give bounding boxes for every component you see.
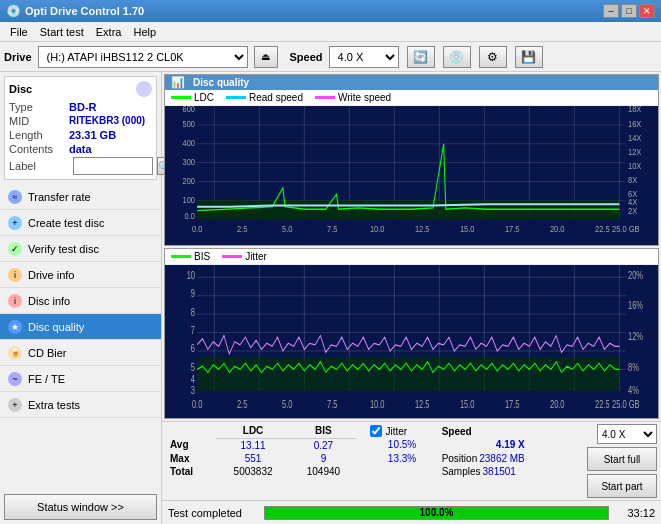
right-controls: 4.0 X Start full Start part [587, 424, 657, 498]
svg-text:6: 6 [191, 343, 195, 355]
cd-bier-icon: 🍺 [8, 346, 22, 360]
speed-select[interactable]: 4.0 X [329, 46, 399, 68]
sidebar-nav: ≈ Transfer rate + Create test disc ✓ Ver… [0, 184, 161, 490]
nav-transfer-rate[interactable]: ≈ Transfer rate [0, 184, 161, 210]
svg-text:300: 300 [183, 158, 196, 168]
chart-bis-svg: 10 9 8 7 6 5 4 3 20% 16% 12% 8% 4% [165, 265, 658, 419]
chart-title-bar: 📊 Disc quality [165, 75, 658, 90]
avg-jitter: 10.5% [366, 438, 437, 452]
nav-cd-bier[interactable]: 🍺 CD Bier [0, 340, 161, 366]
total-jitter-cell [366, 465, 437, 478]
samples-cell: Samples 381501 [438, 465, 583, 478]
menu-help[interactable]: Help [127, 24, 162, 40]
max-speed-cell: Position 23862 MB [438, 452, 583, 465]
test-speed-select[interactable]: 4.0 X [597, 424, 657, 444]
drive-bar: Drive (H:) ATAPI iHBS112 2 CL0K ⏏ Speed … [0, 42, 661, 72]
progress-label: 100.0% [265, 507, 608, 519]
disc-button[interactable]: 💿 [443, 46, 471, 68]
create-test-disc-icon: + [8, 216, 22, 230]
svg-text:15.0: 15.0 [460, 398, 475, 410]
max-spacer [356, 452, 366, 465]
bis-color [171, 255, 191, 258]
nav-create-test-disc[interactable]: + Create test disc [0, 210, 161, 236]
menu-start-test[interactable]: Start test [34, 24, 90, 40]
eject-button[interactable]: ⏏ [254, 46, 278, 68]
minimize-button[interactable]: – [603, 4, 619, 18]
svg-text:7.5: 7.5 [327, 224, 338, 234]
drive-select[interactable]: (H:) ATAPI iHBS112 2 CL0K [38, 46, 248, 68]
svg-text:9: 9 [191, 287, 195, 299]
chart-bis-svg-area: 10 9 8 7 6 5 4 3 20% 16% 12% 8% 4% [165, 265, 658, 419]
nav-drive-info[interactable]: i Drive info [0, 262, 161, 288]
chart-disc-quality: 📊 Disc quality LDC Read speed Write spee… [164, 74, 659, 246]
position-value: 23862 MB [479, 453, 525, 464]
nav-disc-info[interactable]: i Disc info [0, 288, 161, 314]
svg-text:10X: 10X [628, 161, 642, 171]
save-button[interactable]: 💾 [515, 46, 543, 68]
content-right: 📊 Disc quality LDC Read speed Write spee… [162, 72, 661, 524]
disc-contents-value: data [69, 143, 92, 155]
menu-file[interactable]: File [4, 24, 34, 40]
start-part-button[interactable]: Start part [587, 474, 657, 498]
speed-label: Speed [290, 51, 323, 63]
stats-max-row: Max 551 9 13.3% Position 23862 MB [166, 452, 583, 465]
disc-quality-icon: ★ [8, 320, 22, 334]
start-full-button[interactable]: Start full [587, 447, 657, 471]
position-row: Position 23862 MB [442, 453, 579, 464]
samples-label: Samples [442, 466, 481, 477]
nav-verify-test-disc-label: Verify test disc [28, 243, 99, 255]
legend-write-speed-label: Write speed [338, 92, 391, 103]
svg-text:12.5: 12.5 [415, 398, 430, 410]
nav-disc-quality[interactable]: ★ Disc quality [0, 314, 161, 340]
disc-type-row: Type BD-R [9, 101, 152, 113]
svg-text:7: 7 [191, 324, 195, 336]
disc-contents-row: Contents data [9, 143, 152, 155]
svg-text:2.5: 2.5 [237, 398, 247, 410]
nav-drive-info-label: Drive info [28, 269, 74, 281]
close-button[interactable]: ✕ [639, 4, 655, 18]
chart-quality-svg-area: 600 500 400 300 200 100 0.0 18X 16X 14X … [165, 106, 658, 245]
samples-row: Samples 381501 [442, 466, 579, 477]
svg-text:7.5: 7.5 [327, 398, 337, 410]
read-speed-color [226, 96, 246, 99]
svg-text:500: 500 [183, 120, 196, 130]
time-display: 33:12 [615, 507, 655, 519]
svg-text:15.0: 15.0 [460, 224, 475, 234]
jitter-label: Jitter [385, 426, 407, 437]
svg-text:25.0 GB: 25.0 GB [612, 224, 640, 234]
disc-label-row: Label 🔍 [9, 157, 152, 175]
legend-write-speed: Write speed [315, 92, 391, 103]
avg-bis: 0.27 [290, 438, 356, 452]
verify-test-disc-icon: ✓ [8, 242, 22, 256]
svg-text:12X: 12X [628, 148, 642, 158]
nav-extra-tests-label: Extra tests [28, 399, 80, 411]
menu-extra[interactable]: Extra [90, 24, 128, 40]
nav-verify-test-disc[interactable]: ✓ Verify test disc [0, 236, 161, 262]
nav-fe-te[interactable]: ~ FE / TE [0, 366, 161, 392]
status-window-button[interactable]: Status window >> [4, 494, 157, 520]
svg-text:0.0: 0.0 [192, 224, 203, 234]
nav-extra-tests[interactable]: + Extra tests [0, 392, 161, 418]
svg-text:12.5: 12.5 [415, 224, 430, 234]
stats-and-buttons: LDC BIS Jitter Speed [166, 424, 657, 498]
app-title: Opti Drive Control 1.70 [25, 5, 144, 17]
legend-read-speed: Read speed [226, 92, 303, 103]
svg-text:22.5: 22.5 [595, 224, 610, 234]
chart-quality-svg: 600 500 400 300 200 100 0.0 18X 16X 14X … [165, 106, 658, 245]
maximize-button[interactable]: □ [621, 4, 637, 18]
jitter-checkbox[interactable] [370, 425, 382, 437]
label-input[interactable] [73, 157, 153, 175]
legend-jitter: Jitter [222, 251, 267, 262]
refresh-button[interactable]: 🔄 [407, 46, 435, 68]
nav-transfer-rate-label: Transfer rate [28, 191, 91, 203]
legend-ldc: LDC [171, 92, 214, 103]
status-text: Test completed [168, 507, 258, 519]
svg-text:10.0: 10.0 [370, 398, 385, 410]
settings-button[interactable]: ⚙ [479, 46, 507, 68]
disc-mid-label: MID [9, 115, 69, 127]
svg-text:20%: 20% [628, 269, 643, 281]
bottom-bar: Test completed 100.0% 33:12 [162, 500, 661, 524]
disc-mid-row: MID RITEKBR3 (000) [9, 115, 152, 127]
stats-jitter-check-cell: Jitter [366, 424, 437, 438]
svg-text:14X: 14X [628, 134, 642, 144]
